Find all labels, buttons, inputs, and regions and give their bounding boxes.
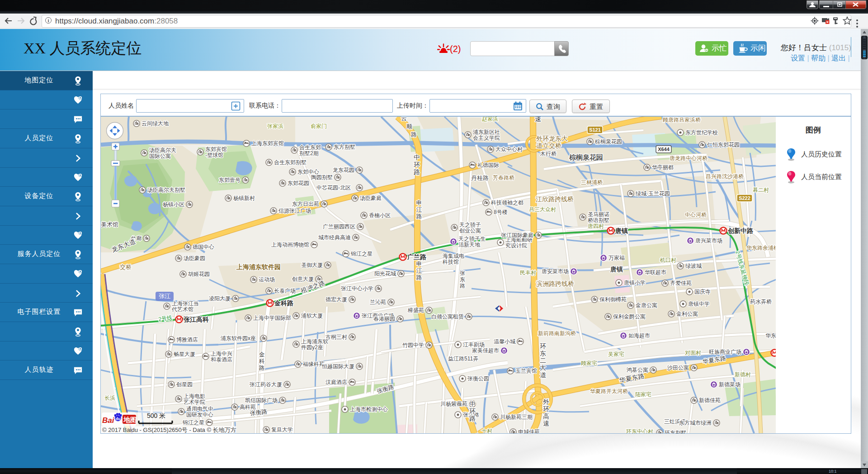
svg-text:复旦大学: 复旦大学 [271, 427, 293, 433]
svg-text:创业公寓: 创业公寓 [459, 228, 481, 234]
svg-text:白领公寓租赁: 白领公寓租赁 [431, 313, 464, 320]
svg-text:大: 大 [540, 364, 546, 371]
svg-text:赵家浜: 赵家浜 [482, 117, 498, 122]
svg-text:阳光花城: 阳光花城 [374, 270, 396, 277]
svg-text:唐兴菜市场: 唐兴菜市场 [695, 237, 722, 244]
svg-text:锦江之星: 锦江之星 [182, 419, 204, 426]
svg-text:活新天地: 活新天地 [458, 242, 481, 248]
svg-text:外: 外 [543, 398, 549, 405]
svg-text:川杨紫薇苑: 川杨紫薇苑 [440, 401, 467, 407]
svg-text:代艺术馆: 代艺术馆 [171, 306, 193, 313]
svg-text:上海动画博物馆: 上海动画博物馆 [271, 242, 309, 248]
svg-text:国际公寓: 国际公寓 [149, 153, 171, 159]
svg-text:圣马丽诺: 圣马丽诺 [588, 211, 609, 218]
svg-text:金唐公寓: 金唐公寓 [635, 302, 657, 308]
svg-text:汤臣高尔夫别墅: 汤臣高尔夫别墅 [147, 187, 185, 193]
svg-text:吴家宅: 吴家宅 [608, 351, 624, 357]
svg-text:陆家宅: 陆家宅 [635, 391, 651, 398]
svg-text:顾家宅: 顾家宅 [581, 360, 597, 366]
svg-text:鸿基公寓: 鸿基公寓 [627, 367, 648, 373]
svg-text:唐镇小学: 唐镇小学 [624, 280, 646, 286]
svg-text:沙田公寓: 沙田公寓 [667, 365, 689, 371]
svg-text:玉兰宾馆: 玉兰宾馆 [515, 368, 537, 374]
svg-text:唐镇中学: 唐镇中学 [688, 301, 710, 307]
svg-text:环: 环 [414, 161, 420, 168]
svg-text:中心河桥: 中心河桥 [685, 212, 707, 218]
svg-text:信源张江广场: 信源张江广场 [278, 208, 311, 214]
svg-text:凌阳大厦: 凌阳大厦 [209, 295, 231, 302]
svg-text:唐镇: 唐镇 [610, 265, 623, 273]
svg-text:中芯花园-北区: 中芯花园-北区 [316, 185, 351, 191]
svg-text:木行桥: 木行桥 [540, 151, 557, 157]
svg-text:凯信国际广场: 凯信国际广场 [245, 397, 278, 403]
svg-text:博雅酒店: 博雅酒店 [176, 337, 198, 343]
svg-text:华东路川杨河: 华东路川杨河 [765, 332, 776, 339]
svg-text:X644: X644 [658, 147, 670, 152]
svg-text:创新中路: 创新中路 [727, 227, 754, 234]
svg-text:东方城市绿洲: 东方城市绿洲 [679, 420, 712, 426]
svg-text:新前路南新沟桥: 新前路南新沟桥 [538, 330, 576, 337]
svg-text:家美佳超市: 家美佳超市 [472, 347, 499, 354]
svg-text:齐爱佳苑: 齐爱佳苑 [670, 280, 692, 286]
svg-text:张江中心小学: 张江中心小学 [341, 285, 373, 292]
svg-text:杨镇新村: 杨镇新村 [233, 195, 255, 201]
svg-text:科: 科 [259, 358, 265, 365]
svg-text:路: 路 [416, 213, 422, 220]
svg-text:上海市检测中心: 上海市检测中心 [350, 406, 388, 412]
svg-text:唐安菜市场: 唐安菜市场 [542, 268, 569, 275]
svg-text:如海超市: 如海超市 [628, 332, 650, 339]
svg-text:圣御大厦: 圣御大厦 [301, 262, 323, 268]
svg-text:东方别墅: 东方别墅 [334, 144, 355, 150]
svg-text:环: 环 [540, 342, 546, 350]
svg-text:温馨小城: 温馨小城 [494, 338, 515, 345]
svg-text:江: 江 [416, 267, 422, 274]
svg-text:会主义学院: 会主义学院 [473, 135, 500, 141]
svg-text:浦东新区社: 浦东新区社 [472, 129, 500, 135]
svg-text:道: 道 [540, 371, 546, 379]
svg-text:江丰剧场: 江丰剧场 [463, 341, 485, 348]
svg-text:环: 环 [469, 408, 476, 415]
svg-text:张江高科: 张江高科 [184, 316, 209, 323]
svg-text:川杨新苑三期: 川杨新苑三期 [500, 414, 533, 420]
svg-text:昌兴路沈沙港桥: 昌兴路沈沙港桥 [706, 173, 744, 180]
svg-text:东郊宾馆: 东郊宾馆 [205, 146, 227, 152]
svg-text:樟盛苑: 樟盛苑 [407, 307, 424, 313]
svg-text:通用电气中: 通用电气中 [186, 406, 213, 412]
svg-text:杨镇小区: 杨镇小区 [163, 201, 184, 208]
svg-text:张家浜: 张家浜 [267, 123, 283, 129]
svg-text:江: 江 [416, 206, 422, 213]
svg-text:汉庭酒店: 汉庭酒店 [326, 379, 347, 385]
svg-text:益江路511弄: 益江路511弄 [448, 356, 478, 362]
svg-text:地图: 地图 [123, 416, 137, 423]
svg-text:浦东软件园x座: 浦东软件园x座 [220, 335, 256, 341]
svg-text:胡姬花园: 胡姬花园 [188, 271, 210, 277]
svg-text:广兰路: 广兰路 [407, 253, 427, 261]
svg-text:芳春路桥: 芳春路桥 [493, 175, 514, 181]
svg-text:张江药谷大厦: 张江药谷大厦 [250, 381, 282, 388]
svg-text:唐龙路中心河桥: 唐龙路中心河桥 [670, 155, 708, 161]
svg-text:东郊壹号: 东郊壹号 [219, 177, 241, 183]
svg-text:龙东花园: 龙东花园 [333, 167, 354, 173]
svg-text:东方日出苑: 东方日出苑 [292, 201, 319, 207]
svg-text:华夏路开太河桥: 华夏路开太河桥 [590, 388, 628, 394]
svg-text:长泰广场: 长泰广场 [274, 288, 296, 294]
svg-text:艺术学院: 艺术学院 [184, 399, 205, 405]
svg-text:顺: 顺 [406, 123, 412, 130]
svg-text:新德菜场: 新德菜场 [719, 381, 741, 388]
svg-text:古桐三村: 古桐三村 [326, 334, 347, 340]
svg-text:丹桂路: 丹桂路 [471, 175, 489, 181]
svg-text:棕榈泉花园: 棕榈泉花园 [569, 153, 603, 161]
svg-text:张江国际豪庭: 张江国际豪庭 [501, 232, 533, 238]
svg-text:海集成电: 海集成电 [443, 253, 464, 259]
svg-text:唐四村: 唐四村 [588, 223, 604, 229]
svg-text:俞家门: 俞家门 [311, 123, 327, 129]
svg-text:滨洲路跨线桥: 滨洲路跨线桥 [536, 280, 574, 287]
svg-text:© 2017 Baidu - GS(2015)2650号 -: © 2017 Baidu - GS(2015)2650号 - Data © 长地… [102, 427, 236, 433]
svg-text:中: 中 [469, 400, 476, 408]
svg-text:城市经典高迪: 城市经典高迪 [318, 234, 351, 241]
svg-text:申: 申 [416, 199, 422, 206]
svg-text:锦江之星: 锦江之星 [350, 251, 373, 257]
svg-text:合生东郊别墅: 合生东郊别墅 [274, 159, 307, 166]
svg-text:上海东郊宾馆: 上海东郊宾馆 [251, 140, 284, 147]
svg-text:上海张江当: 上海张江当 [172, 300, 199, 307]
